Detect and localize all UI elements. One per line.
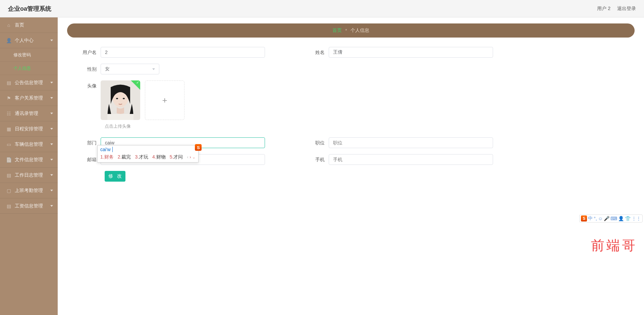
user-icon: 👤 — [6, 38, 11, 43]
position-label: 职位 — [309, 137, 329, 146]
svg-point-2 — [116, 98, 118, 99]
breadcrumb-separator: * — [345, 28, 347, 33]
avatar-preview[interactable] — [101, 80, 140, 120]
ime-account-icon[interactable]: 👤 — [618, 216, 624, 221]
sidebar-item-label: 车辆信息管理 — [15, 141, 43, 147]
sidebar-item-label: 个人中心 — [15, 38, 34, 44]
plus-icon: + — [162, 95, 167, 106]
sidebar-item-schedule[interactable]: ▦ 日程安排管理 — [0, 121, 58, 137]
gender-select[interactable]: 女 — [101, 64, 159, 74]
ime-candidate-1[interactable]: 1.财务 — [100, 154, 114, 160]
sidebar-sub-change-password[interactable]: 修改密码 — [0, 48, 58, 62]
ime-candidate-4[interactable]: 4.财物 — [152, 154, 166, 160]
ime-keyboard-icon[interactable]: ⌨ — [610, 216, 617, 221]
chevron-down-icon — [152, 68, 155, 70]
sidebar-item-label: 日程安排管理 — [15, 126, 43, 132]
sidebar: ⌂ 首页 👤 个人中心 修改密码 个人信息 ▤ 公告信息管理 ⚑ 客户关系管理 … — [0, 17, 58, 315]
phone-input[interactable] — [329, 154, 493, 165]
ime-nav: ‹ › ⌄ — [187, 155, 196, 160]
sidebar-item-label: 工资信息管理 — [15, 203, 43, 209]
attendance-icon: ▢ — [6, 188, 11, 193]
name-input[interactable] — [329, 47, 493, 58]
app-title: 企业oa管理系统 — [8, 5, 51, 13]
submit-button[interactable]: 修 改 — [105, 171, 125, 182]
sidebar-item-label: 首页 — [15, 22, 24, 28]
calendar-icon: ▦ — [6, 126, 11, 132]
main-content: 首页 * 个人信息 用户名 姓名 性别 女 — [58, 17, 644, 315]
current-user[interactable]: 用户 2 — [597, 6, 610, 12]
sidebar-item-label: 工作日志管理 — [15, 172, 43, 178]
flag-icon: ⚑ — [6, 96, 11, 101]
username-input[interactable] — [101, 47, 265, 58]
sidebar-item-worklog[interactable]: ▤ 工作日志管理 — [0, 168, 58, 183]
ime-lang-icon[interactable]: 中 — [588, 215, 593, 222]
sidebar-sub-profile[interactable]: 个人信息 — [0, 62, 58, 75]
sidebar-item-announcement[interactable]: ▤ 公告信息管理 — [0, 75, 58, 90]
sidebar-item-vehicle[interactable]: ▭ 车辆信息管理 — [0, 137, 58, 152]
sidebar-item-label: 公告信息管理 — [15, 80, 43, 86]
sidebar-item-customer[interactable]: ⚑ 客户关系管理 — [0, 90, 58, 106]
sidebar-item-attendance[interactable]: ▢ 上班考勤管理 — [0, 183, 58, 198]
sidebar-item-home[interactable]: ⌂ 首页 — [0, 17, 58, 33]
avatar-label: 头像 — [80, 80, 101, 89]
doc-icon: ▤ — [6, 80, 11, 85]
sidebar-item-label: 客户关系管理 — [15, 95, 43, 101]
ime-prev-icon[interactable]: ‹ — [187, 155, 188, 160]
phone-label: 手机 — [309, 154, 329, 163]
gender-label: 性别 — [80, 64, 101, 72]
ime-candidate-3[interactable]: 3.才玩 — [135, 154, 148, 160]
logout-link[interactable]: 退出登录 — [617, 6, 636, 12]
breadcrumb-current: 个人信息 — [351, 27, 369, 34]
avatar-hint: 点击上传头像 — [105, 123, 621, 129]
breadcrumb: 首页 * 个人信息 — [67, 23, 635, 38]
ime-voice-icon[interactable]: 🎤 — [604, 216, 609, 221]
ime-composition: cai'w — [100, 147, 111, 152]
contacts-icon: ☷ — [6, 111, 11, 116]
position-input[interactable] — [329, 137, 493, 148]
log-icon: ▤ — [6, 173, 11, 178]
salary-icon: ▤ — [6, 203, 11, 209]
ime-emoji-icon[interactable]: ☺ — [598, 216, 603, 221]
sidebar-item-label: 通讯录管理 — [15, 111, 38, 117]
gender-value: 女 — [105, 66, 110, 72]
ime-toolbar-badge: S — [581, 215, 587, 222]
ime-candidate-popup: cai'w S 1.财务 2.裁完 3.才玩 4.财物 5.才问 ‹ › ⌄ — [97, 145, 199, 163]
sidebar-item-personal[interactable]: 👤 个人中心 — [0, 33, 58, 48]
username-label: 用户名 — [80, 47, 101, 56]
breadcrumb-home[interactable]: 首页 — [332, 27, 342, 34]
svg-point-3 — [123, 98, 125, 99]
name-label: 姓名 — [309, 47, 329, 56]
ime-skin-icon[interactable]: 👕 — [625, 216, 631, 221]
app-header: 企业oa管理系统 用户 2 退出登录 — [0, 0, 644, 17]
ime-menu-icon[interactable]: ⋮⋮ — [632, 216, 641, 221]
sidebar-item-label: 上班考勤管理 — [15, 188, 43, 194]
ime-toolbar[interactable]: S 中 °, ☺ 🎤 ⌨ 👤 👕 ⋮⋮ — [579, 214, 643, 223]
sidebar-item-label: 文件信息管理 — [15, 157, 43, 163]
header-actions: 用户 2 退出登录 — [597, 6, 636, 12]
ime-candidate-5[interactable]: 5.才问 — [170, 154, 183, 160]
watermark: 前端哥 — [591, 236, 637, 255]
ime-next-icon[interactable]: › — [190, 155, 191, 160]
ime-expand-icon[interactable]: ⌄ — [192, 155, 196, 160]
sidebar-item-files[interactable]: 📄 文件信息管理 — [0, 152, 58, 168]
car-icon: ▭ — [6, 142, 11, 147]
file-icon: 📄 — [6, 157, 11, 163]
avatar-image — [101, 80, 140, 120]
ime-punct-icon[interactable]: °, — [594, 216, 597, 221]
home-icon: ⌂ — [6, 22, 11, 28]
ime-candidate-2[interactable]: 2.裁完 — [118, 154, 131, 160]
avatar-upload-button[interactable]: + — [145, 80, 184, 120]
sidebar-item-salary[interactable]: ▤ 工资信息管理 — [0, 198, 58, 214]
sidebar-item-contacts[interactable]: ☷ 通讯录管理 — [0, 106, 58, 121]
ime-sogou-badge: S — [195, 144, 202, 151]
